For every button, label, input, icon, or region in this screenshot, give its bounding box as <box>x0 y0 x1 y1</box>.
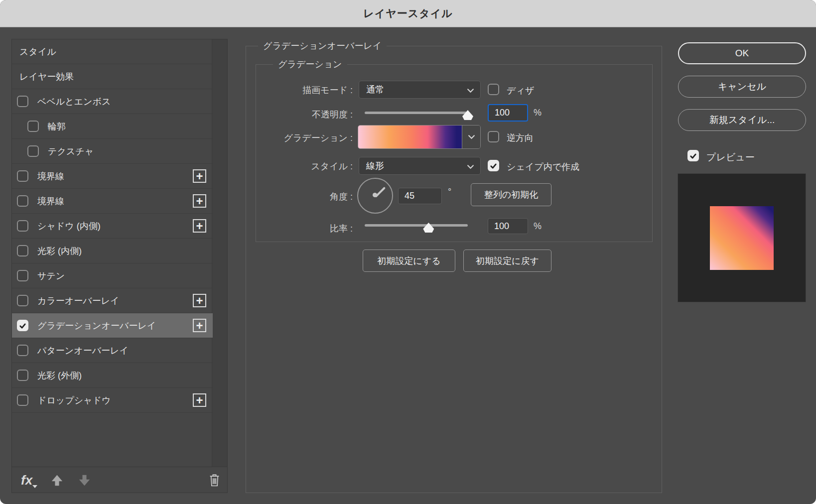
align-with-shape-checkbox[interactable] <box>488 160 499 171</box>
scale-slider[interactable] <box>365 217 468 234</box>
scale-slider-track[interactable] <box>365 224 468 227</box>
scale-label: 比率 : <box>256 223 353 235</box>
sidebar-item-12[interactable]: パターンオーバーレイ <box>12 338 213 363</box>
reset-alignment-button[interactable]: 整列の初期化 <box>471 183 551 206</box>
fx-menu-caret-icon <box>32 485 37 488</box>
reset-to-default-button[interactable]: 初期設定に戻す <box>463 250 551 272</box>
sidebar-item-9[interactable]: サテン <box>12 263 213 288</box>
blend-mode-select[interactable]: 通常 <box>359 81 481 99</box>
check-icon <box>689 152 697 160</box>
sidebar-item-8[interactable]: 光彩 (内側) <box>12 239 213 263</box>
opacity-unit: % <box>534 108 542 118</box>
add-effect-instance-button[interactable]: + <box>193 169 206 183</box>
opacity-input[interactable] <box>488 104 528 122</box>
reverse-checkbox[interactable] <box>488 131 499 142</box>
sidebar-item-6[interactable]: 境界線 + <box>12 189 213 214</box>
move-effect-up-button[interactable] <box>50 474 64 487</box>
move-effect-down-button[interactable] <box>78 474 91 487</box>
sidebar-footer-toolbar: fx <box>12 467 227 494</box>
style-label: スタイル : <box>256 160 353 172</box>
sidebar-item-label: 境界線 <box>37 170 64 182</box>
layer-style-dialog: レイヤースタイル スタイル レイヤー効果 ベベルとエンボス <box>0 0 816 504</box>
align-with-shape-label: シェイプ内で作成 <box>507 161 579 173</box>
effects-sidebar: スタイル レイヤー効果 ベベルとエンボス 輪郭 <box>11 39 228 493</box>
sidebar-item-14[interactable]: ドロップシャドウ + <box>12 388 213 413</box>
add-effect-instance-button[interactable]: + <box>193 294 206 307</box>
effect-enable-checkbox[interactable] <box>17 96 28 107</box>
effect-enable-checkbox[interactable] <box>27 121 39 132</box>
reverse-label: 逆方向 <box>507 132 534 144</box>
delete-effect-button[interactable] <box>209 473 220 487</box>
effect-enable-checkbox[interactable] <box>17 270 28 281</box>
sidebar-item-label: サテン <box>37 270 65 282</box>
blend-mode-label: 描画モード : <box>256 84 353 96</box>
sidebar-item-label: 光彩 (外側) <box>37 370 82 381</box>
ok-button[interactable]: OK <box>678 42 806 64</box>
style-preview-thumbnail <box>710 206 774 270</box>
gradient-picker[interactable] <box>358 125 481 149</box>
effect-enable-checkbox[interactable] <box>17 245 28 256</box>
sidebar-item-11[interactable]: グラデーションオーバーレイ + <box>12 313 213 338</box>
opacity-slider[interactable] <box>365 104 468 122</box>
fx-label: fx <box>21 473 32 488</box>
fx-menu-button[interactable]: fx <box>21 473 32 488</box>
angle-dial[interactable] <box>357 178 393 214</box>
effects-list: スタイル レイヤー効果 ベベルとエンボス 輪郭 <box>12 39 213 413</box>
sidebar-item-label: カラーオーバーレイ <box>37 295 120 307</box>
sidebar-item-label: スタイル <box>19 46 56 58</box>
sidebar-item-2[interactable]: ベベルとエンボス <box>12 89 213 114</box>
opacity-slider-track[interactable] <box>365 112 468 114</box>
sidebar-item-1[interactable]: レイヤー効果 <box>12 64 213 89</box>
sidebar-item-3[interactable]: 輪郭 <box>12 114 213 139</box>
effect-enable-checkbox[interactable] <box>17 345 28 356</box>
check-icon <box>490 162 497 170</box>
add-effect-instance-button[interactable]: + <box>193 319 206 332</box>
add-effect-instance-button[interactable]: + <box>193 393 206 407</box>
effect-enable-checkbox[interactable] <box>17 370 28 381</box>
section-legend: グラデーションオーバーレイ <box>258 40 387 52</box>
dither-label: ディザ <box>507 85 534 97</box>
sidebar-item-0[interactable]: スタイル <box>12 39 213 64</box>
dialog-titlebar[interactable]: レイヤースタイル <box>0 0 816 27</box>
angle-unit: ° <box>448 187 451 197</box>
angle-label: 角度 : <box>256 191 353 203</box>
cancel-button[interactable]: キャンセル <box>678 76 806 98</box>
gradient-style-select[interactable]: 線形 <box>359 157 481 175</box>
chevron-down-icon <box>468 134 475 139</box>
add-effect-instance-button[interactable]: + <box>193 219 206 233</box>
sidebar-item-7[interactable]: シャドウ (内側) + <box>12 214 213 239</box>
sidebar-item-13[interactable]: 光彩 (外側) <box>12 363 213 388</box>
add-effect-instance-button[interactable]: + <box>193 194 206 208</box>
gradient-overlay-section: グラデーションオーバーレイ グラデーション 描画モード : 通常 ディザ 不透明… <box>246 46 662 493</box>
effect-enable-checkbox[interactable] <box>17 320 28 331</box>
effect-enable-checkbox[interactable] <box>17 170 28 182</box>
dither-checkbox[interactable] <box>488 84 499 95</box>
preview-checkbox[interactable] <box>687 150 699 161</box>
gradient-label: グラデーション : <box>256 132 353 144</box>
trash-icon <box>209 473 220 487</box>
blend-mode-value: 通常 <box>366 84 384 96</box>
arrow-up-icon <box>50 474 64 487</box>
sidebar-scrollbar-track[interactable] <box>212 39 227 467</box>
scale-input[interactable] <box>488 218 528 234</box>
sidebar-item-10[interactable]: カラーオーバーレイ + <box>12 288 213 313</box>
gradient-dropdown-button[interactable] <box>462 126 480 148</box>
effect-enable-checkbox[interactable] <box>17 195 28 207</box>
scale-unit: % <box>534 221 542 232</box>
angle-dial-center <box>373 193 377 197</box>
dialog-title: レイヤースタイル <box>363 6 452 20</box>
effect-enable-checkbox[interactable] <box>27 145 39 157</box>
check-icon <box>19 322 26 330</box>
make-default-button[interactable]: 初期設定にする <box>363 250 455 272</box>
sidebar-item-4[interactable]: テクスチャ <box>12 139 213 164</box>
sidebar-item-label: パターンオーバーレイ <box>37 345 129 357</box>
chevron-down-icon <box>467 164 474 169</box>
effect-enable-checkbox[interactable] <box>17 394 28 406</box>
new-style-button[interactable]: 新規スタイル... <box>678 109 806 131</box>
sidebar-item-5[interactable]: 境界線 + <box>12 164 213 189</box>
effect-enable-checkbox[interactable] <box>17 295 28 306</box>
gradient-swatch[interactable] <box>358 126 462 148</box>
angle-input[interactable] <box>398 188 442 204</box>
effect-enable-checkbox[interactable] <box>17 220 28 232</box>
sidebar-item-label: 光彩 (内側) <box>37 245 82 257</box>
